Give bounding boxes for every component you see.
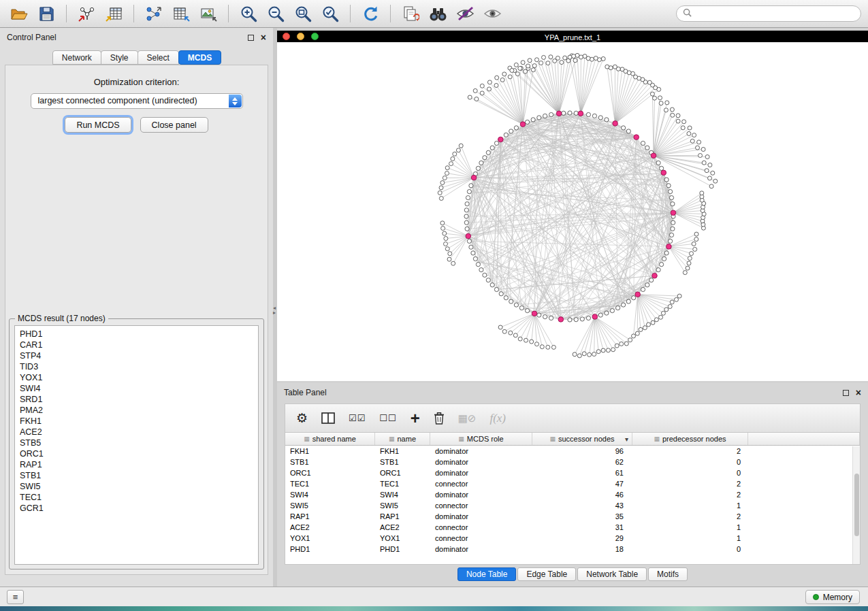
mcds-result-box: MCDS result (17 nodes) PHD1CAR1STP4TID3Y… <box>9 318 264 569</box>
mcds-result-item[interactable]: PMA2 <box>20 405 253 416</box>
float-panel-icon[interactable] <box>248 35 254 41</box>
mcds-result-item[interactable]: ACE2 <box>20 427 253 437</box>
float-table-panel-icon[interactable] <box>843 390 849 396</box>
table-row[interactable]: YOX1YOX1connector291 <box>285 533 860 544</box>
mcds-result-list[interactable]: PHD1CAR1STP4TID3YOX1SWI4SRD1PMA2FKH1ACE2… <box>14 325 259 565</box>
show-columns-icon[interactable] <box>321 412 335 424</box>
open-file-icon[interactable] <box>7 3 31 24</box>
mcds-result-item[interactable]: CAR1 <box>20 340 253 350</box>
find-binoculars-icon[interactable] <box>425 3 450 24</box>
tab-style[interactable]: Style <box>101 50 138 65</box>
mcds-result-item[interactable]: PHD1 <box>20 329 253 340</box>
table-cell: ORC1 <box>285 467 375 478</box>
mcds-result-item[interactable]: SWI5 <box>20 481 253 492</box>
select-all-icon[interactable]: ☑☑ <box>349 414 366 423</box>
table-row[interactable]: SWI5SWI5connector431 <box>285 500 860 511</box>
sort-arrow-icon: ▾ <box>625 435 628 443</box>
column-type-icon: ▦ <box>389 435 395 442</box>
show-all-eye-icon[interactable] <box>480 3 504 24</box>
mcds-result-item[interactable]: TEC1 <box>20 492 253 503</box>
node-table-header: ▦shared name▦name▦MCDS role▦successor no… <box>285 433 860 446</box>
table-settings-gear-icon[interactable]: ⚙ <box>296 412 308 425</box>
node-table[interactable]: ▦shared name▦name▦MCDS role▦successor no… <box>285 432 861 565</box>
zoom-out-icon[interactable] <box>263 3 288 24</box>
mcds-result-item[interactable]: ORC1 <box>20 448 253 459</box>
table-cell: ORC1 <box>375 467 430 478</box>
table-cell: dominator <box>430 511 532 522</box>
table-row[interactable]: STB1STB1dominator620 <box>285 457 860 467</box>
deselect-all-icon[interactable]: ☐☐ <box>379 414 396 423</box>
mcds-result-item[interactable]: YOX1 <box>20 372 253 383</box>
close-table-panel-icon[interactable]: × <box>856 389 861 396</box>
table-row[interactable]: ACE2ACE2connector311 <box>285 522 860 533</box>
save-session-icon[interactable] <box>34 3 59 24</box>
run-mcds-button[interactable]: Run MCDS <box>65 117 131 133</box>
table-cell: 47 <box>532 478 632 489</box>
toolbar-separator <box>228 5 229 22</box>
table-row[interactable]: FKH1FKH1dominator962 <box>285 446 860 457</box>
close-mcds-panel-button[interactable]: Close panel <box>140 117 208 133</box>
mcds-result-item[interactable]: SWI4 <box>20 383 253 394</box>
import-table-icon[interactable] <box>101 3 126 24</box>
mcds-result-item[interactable]: RAP1 <box>20 459 253 470</box>
table-row[interactable]: SWI4SWI4dominator462 <box>285 489 860 500</box>
window-zoom-icon[interactable] <box>311 33 319 40</box>
refresh-icon[interactable] <box>358 3 383 24</box>
mcds-result-item[interactable]: STB1 <box>20 470 253 481</box>
export-table-icon[interactable] <box>169 3 193 24</box>
network-graph[interactable] <box>277 42 868 381</box>
column-header[interactable]: ▦shared name <box>285 433 375 445</box>
search-box[interactable] <box>676 5 861 22</box>
tab-select[interactable]: Select <box>138 50 179 65</box>
network-canvas[interactable] <box>277 42 868 381</box>
function-builder-icon: f(x) <box>489 412 506 424</box>
optimization-dropdown[interactable]: largest connected component (undirected) <box>31 93 243 109</box>
export-network-icon[interactable] <box>142 3 166 24</box>
import-network-icon[interactable] <box>74 3 99 24</box>
mcds-result-item[interactable]: STP4 <box>20 350 253 361</box>
table-scrollbar[interactable] <box>852 446 860 564</box>
network-window-titlebar[interactable]: YPA_prune.txt_1 <box>277 31 868 42</box>
delete-column-icon[interactable] <box>434 412 445 425</box>
splitter-grip-icon[interactable]: ◂▸ <box>273 306 276 315</box>
column-header[interactable]: ▦predecessor nodes <box>632 433 748 445</box>
column-header[interactable]: ▦name <box>375 433 430 445</box>
table-cell: 2 <box>632 446 748 457</box>
copy-network-icon[interactable] <box>398 3 423 24</box>
tab-network[interactable]: Network <box>52 50 101 65</box>
mcds-result-item[interactable]: FKH1 <box>20 416 253 427</box>
table-panel-tabs: Node TableEdge TableNetwork TableMotifs <box>277 567 868 581</box>
tab-network-table[interactable]: Network Table <box>577 567 647 581</box>
mcds-result-item[interactable]: GCR1 <box>20 503 253 514</box>
table-cell <box>748 478 860 489</box>
window-close-icon[interactable] <box>283 33 290 40</box>
mcds-result-item[interactable]: SRD1 <box>20 394 253 405</box>
table-row[interactable]: ORC1ORC1dominator610 <box>285 467 860 478</box>
column-header[interactable]: ▦MCDS role <box>430 433 532 445</box>
control-panel-title: Control Panel <box>7 33 57 42</box>
close-panel-icon[interactable]: × <box>261 34 266 41</box>
task-history-button[interactable]: ≡ <box>7 590 24 604</box>
export-image-icon[interactable] <box>196 3 221 24</box>
zoom-fit-icon[interactable] <box>291 3 315 24</box>
tab-node-table[interactable]: Node Table <box>457 567 517 581</box>
mcds-result-item[interactable]: STB5 <box>20 437 253 448</box>
mcds-result-item[interactable]: TID3 <box>20 361 253 372</box>
table-cell: 29 <box>532 533 632 544</box>
zoom-in-icon[interactable] <box>236 3 261 24</box>
table-row[interactable]: RAP1RAP1dominator352 <box>285 511 860 522</box>
table-row[interactable]: TEC1TEC1connector472 <box>285 478 860 489</box>
search-input[interactable] <box>695 9 854 18</box>
table-scrollbar-thumb[interactable] <box>854 474 859 536</box>
tab-motifs[interactable]: Motifs <box>648 567 688 581</box>
memory-button[interactable]: Memory <box>805 590 860 604</box>
window-minimize-icon[interactable] <box>297 33 304 40</box>
tab-edge-table[interactable]: Edge Table <box>517 567 576 581</box>
application-window: Control Panel × NetworkStyleSelectMCDS O… <box>0 0 868 611</box>
table-row[interactable]: PHD1PHD1dominator180 <box>285 544 860 555</box>
hide-selected-eye-icon[interactable] <box>453 3 477 24</box>
column-header[interactable]: ▦successor nodes▾ <box>532 433 632 445</box>
zoom-selected-icon[interactable] <box>318 3 342 24</box>
add-column-icon[interactable]: + <box>411 410 420 427</box>
tab-mcds[interactable]: MCDS <box>178 50 221 65</box>
